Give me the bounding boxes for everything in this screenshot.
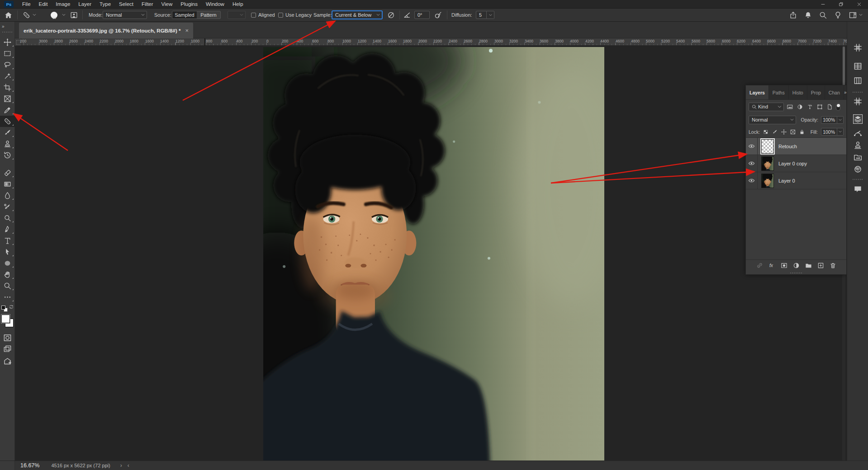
layer-styles[interactable]: fx — [768, 262, 775, 269]
filter-adjustment-layers[interactable] — [797, 104, 803, 110]
panel-grid[interactable] — [854, 97, 862, 106]
panel-guides[interactable] — [854, 76, 862, 85]
notifications[interactable] — [804, 11, 812, 19]
lock-position[interactable] — [781, 129, 787, 135]
diffusion-select[interactable]: 5 — [476, 9, 494, 21]
canvas-viewport[interactable] — [15, 46, 847, 461]
window-restore[interactable] — [832, 0, 850, 9]
panel-tab-prop[interactable]: Prop — [807, 85, 825, 99]
panel-tab-layers[interactable]: Layers — [746, 85, 769, 99]
sample-select[interactable]: Current & Below — [332, 9, 382, 21]
tool-gradient[interactable] — [0, 179, 15, 190]
layer-thumbnail[interactable] — [761, 174, 774, 188]
tool-smudge[interactable] — [0, 201, 15, 212]
new-layer[interactable] — [817, 262, 824, 269]
search[interactable] — [819, 11, 827, 19]
new-group[interactable] — [805, 262, 812, 269]
help-tips[interactable] — [834, 11, 842, 19]
angle-field[interactable]: 0° — [414, 9, 430, 21]
panel-tab-paths[interactable]: Paths — [769, 85, 789, 99]
panel-info[interactable] — [854, 62, 862, 70]
sampled-button[interactable]: Sampled — [172, 11, 197, 19]
swap-colors-icon[interactable] — [9, 304, 14, 310]
tool-ellipsis[interactable] — [0, 291, 15, 303]
pattern-picker[interactable] — [228, 9, 246, 21]
tool-pen[interactable] — [0, 224, 15, 235]
panel-collapse-button[interactable]: » — [844, 90, 847, 95]
menu-layer[interactable]: Layer — [74, 0, 95, 9]
panel-layers[interactable] — [854, 115, 862, 123]
screen-mode-button[interactable] — [3, 345, 12, 353]
panel-libraries[interactable] — [854, 153, 862, 161]
layer-name[interactable]: Layer 0 copy — [778, 161, 807, 166]
tool-magic-wand[interactable] — [0, 70, 15, 82]
layer-name[interactable]: Retouch — [778, 144, 797, 149]
layer-row-retouch[interactable]: Retouch — [746, 138, 846, 155]
tool-lasso[interactable] — [0, 59, 15, 70]
panel-tab-chan[interactable]: Chan — [825, 85, 844, 99]
toolbar-grip[interactable] — [2, 32, 12, 33]
tab-close-button[interactable]: × — [185, 28, 189, 33]
new-adjustment-layer[interactable] — [793, 262, 800, 269]
horizontal-ruler[interactable]: 2003000280026002400220020001800160014001… — [15, 38, 847, 46]
tool-crop[interactable] — [0, 82, 15, 93]
menu-file[interactable]: File — [18, 0, 35, 9]
filter-type-layers[interactable] — [807, 104, 813, 110]
window-close[interactable] — [850, 0, 868, 9]
canvas-image[interactable] — [263, 47, 604, 461]
mode-select[interactable]: Normal — [103, 9, 147, 21]
tool-frame[interactable] — [0, 93, 15, 104]
menu-image[interactable]: Image — [52, 0, 74, 9]
brush-settings-toggle[interactable] — [70, 9, 78, 21]
tool-rect-marquee[interactable] — [0, 48, 15, 59]
quick-mask-button[interactable] — [3, 334, 12, 342]
status-next-chevron[interactable]: › — [120, 462, 122, 469]
blend-mode-select[interactable]: Normal — [749, 116, 796, 124]
tool-dodge[interactable] — [0, 212, 15, 224]
panel-comments[interactable] — [854, 185, 862, 193]
brush-picker-chevron[interactable] — [62, 9, 66, 21]
layer-row-layer-0-copy[interactable]: Layer 0 copy — [746, 155, 846, 172]
foreground-color-swatch[interactable] — [1, 315, 10, 323]
tool-zoom[interactable] — [0, 280, 15, 291]
layer-name[interactable]: Layer 0 — [778, 178, 795, 183]
menu-filter[interactable]: Filter — [138, 0, 157, 9]
visibility-toggle[interactable] — [746, 155, 758, 172]
document-tab[interactable]: erik_lucatero-portrait-3353699.jpg @ 16.… — [19, 23, 193, 38]
panel-artboard[interactable] — [854, 43, 862, 52]
menu-view[interactable]: View — [157, 0, 177, 9]
tool-clone-stamp[interactable] — [0, 138, 15, 150]
filter-shape-layers[interactable] — [817, 104, 823, 110]
tool-brush[interactable] — [0, 127, 15, 138]
panel-resize-grip[interactable] — [746, 271, 846, 274]
tool-path-select[interactable] — [0, 246, 15, 258]
aligned-checkbox[interactable]: Aligned — [251, 9, 275, 21]
menu-type[interactable]: Type — [95, 0, 115, 9]
pressure-toggle[interactable] — [434, 9, 442, 21]
tool-hand[interactable] — [0, 269, 15, 280]
lock-all[interactable] — [799, 129, 805, 135]
lock-artboard[interactable] — [790, 129, 796, 135]
fill-field[interactable]: 100% — [821, 128, 844, 136]
panel-paths[interactable] — [854, 129, 862, 137]
status-prev-chevron[interactable]: ‹ — [128, 462, 129, 469]
current-tool-button[interactable] — [23, 9, 37, 21]
visibility-toggle[interactable] — [746, 172, 758, 189]
opacity-field[interactable]: 100% — [821, 116, 844, 124]
menu-select[interactable]: Select — [115, 0, 138, 9]
filter-switch[interactable] — [836, 103, 840, 111]
menu-help[interactable]: Help — [228, 0, 247, 9]
filter-smart-objects[interactable] — [827, 104, 833, 110]
window-minimize[interactable] — [814, 0, 832, 9]
default-colors-control[interactable] — [1, 304, 14, 311]
share[interactable] — [789, 11, 797, 19]
tool-type[interactable] — [0, 235, 15, 246]
menu-window[interactable]: Window — [202, 0, 228, 9]
layer-thumbnail[interactable] — [761, 139, 774, 154]
zoom-level-field[interactable]: 16.67% — [20, 462, 39, 469]
delete-layer[interactable] — [830, 262, 836, 269]
visibility-toggle[interactable] — [746, 138, 758, 155]
tool-move[interactable] — [0, 37, 15, 48]
pattern-button[interactable]: Pattern — [197, 11, 220, 19]
layer-row-layer-0[interactable]: Layer 0 — [746, 172, 846, 189]
